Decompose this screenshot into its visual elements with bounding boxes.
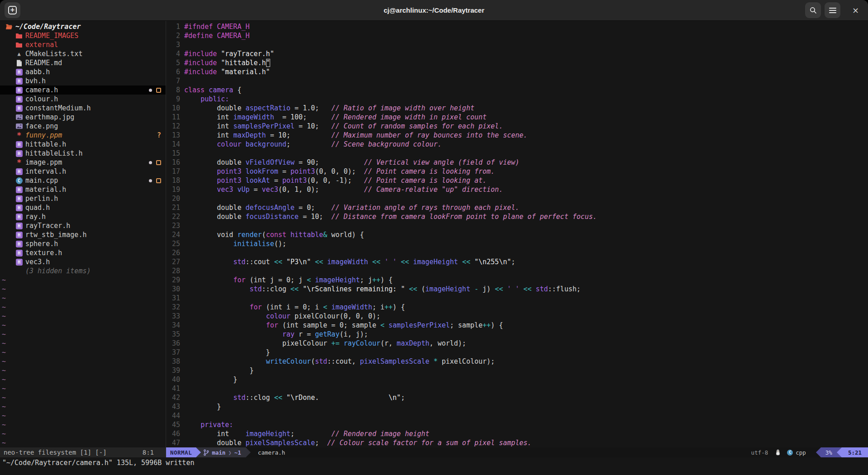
tree-item-interval.h[interactable]: Hinterval.h <box>0 167 166 176</box>
tree-item-quad.h[interactable]: Hquad.h <box>0 203 166 212</box>
code-line-3[interactable]: 3 <box>166 40 868 49</box>
tree-item-raytracer.h[interactable]: HrayTracer.h <box>0 221 166 230</box>
search-button[interactable] <box>805 2 821 18</box>
tree-item-vec3.h[interactable]: Hvec3.h <box>0 257 166 266</box>
code-line-34[interactable]: 34 for (int sample = 0; sample < samples… <box>166 321 868 330</box>
tree-item-perlin.h[interactable]: Hperlin.h <box>0 194 166 203</box>
code-line-11[interactable]: 11 int imageWidth = 100; // Rendered ima… <box>166 113 868 122</box>
code-line-37[interactable]: 37 } <box>166 348 868 357</box>
close-button[interactable]: × <box>848 2 863 18</box>
code-line-18[interactable]: 18 point3 lookAt = point3(0, 0, -1); // … <box>166 176 868 185</box>
code-line-1[interactable]: 1#ifndef CAMERA_H <box>166 22 868 31</box>
tree-item-sphere.h[interactable]: Hsphere.h <box>0 239 166 248</box>
tree-item-constantmedium.h[interactable]: HconstantMedium.h <box>0 104 166 113</box>
line-number: 14 <box>166 140 180 149</box>
filetype-segment: C cpp <box>787 447 806 457</box>
statusline-filename: camera.h <box>251 447 285 457</box>
code-line-24[interactable]: 24 void render(const hittable& world) { <box>166 230 868 239</box>
line-number: 20 <box>166 194 180 203</box>
code-line-7[interactable]: 7 <box>166 76 868 86</box>
code-line-19[interactable]: 19 vec3 vUp = vec3(0, 1, 0); // Camera-r… <box>166 185 868 194</box>
empty-line-tilde: ~ <box>0 330 166 339</box>
file-encoding: utf-8 <box>751 447 768 457</box>
git-status-markers <box>149 176 161 185</box>
code-line-22[interactable]: 22 double focusDistance = 10; // Distanc… <box>166 212 868 221</box>
tree-item-funny.ppm[interactable]: *funny.ppm? <box>0 131 166 140</box>
code-line-30[interactable]: 30 std::clog << "\rScanlines remaining: … <box>166 285 868 294</box>
line-number: 29 <box>166 276 180 285</box>
code-line-38[interactable]: 38 writeColour(std::cout, pixelSamplesSc… <box>166 357 868 366</box>
tree-item-hittable.h[interactable]: Hhittable.h <box>0 140 166 149</box>
code-line-41[interactable]: 41 <box>166 384 868 393</box>
code-line-36[interactable]: 36 pixelColour += rayColour(r, maxDepth,… <box>166 339 868 348</box>
tree-item-face.png[interactable]: face.png <box>0 122 166 131</box>
tree-item-texture.h[interactable]: Htexture.h <box>0 248 166 257</box>
line-number: 47 <box>166 438 180 447</box>
plus-icon: + <box>8 6 17 14</box>
code-line-44[interactable]: 44 <box>166 411 868 420</box>
tree-item-hittablelist.h[interactable]: HhittableList.h <box>0 149 166 158</box>
tree-item-material.h[interactable]: Hmaterial.h <box>0 185 166 194</box>
header-icon: H <box>15 195 23 202</box>
code-line-17[interactable]: 17 point3 lookFrom = point3(0, 0, 0); //… <box>166 167 868 176</box>
powerline-separator <box>816 447 821 457</box>
editor-statusline: NORMAL main ❯ ~1 camera.h utf-8 <box>166 447 868 457</box>
code-line-45[interactable]: 45 private: <box>166 420 868 429</box>
code-line-26[interactable]: 26 <box>166 248 868 257</box>
menu-button[interactable] <box>825 2 840 18</box>
empty-line-tilde: ~ <box>0 303 166 312</box>
code-line-8[interactable]: 8class camera { <box>166 86 868 95</box>
tree-item-aabb.h[interactable]: Haabb.h <box>0 67 166 76</box>
folder-icon <box>15 32 23 39</box>
code-line-13[interactable]: 13 int maxDepth = 10; // Maximum number … <box>166 131 868 140</box>
code-line-9[interactable]: 9 public: <box>166 95 868 104</box>
tree-item-rtwstbimage.h[interactable]: Hrtw_stb_image.h <box>0 230 166 239</box>
code-line-35[interactable]: 35 ray r = getRay(i, j); <box>166 330 868 339</box>
code-line-4[interactable]: 4#include "rayTracer.h" <box>166 49 868 58</box>
code-line-2[interactable]: 2#define CAMERA_H <box>166 31 868 40</box>
tree-item-camera.h[interactable]: Hcamera.h <box>0 86 166 95</box>
tree-item-readmeimages[interactable]: README_IMAGES <box>0 31 166 40</box>
code-line-27[interactable]: 27 std::cout << "P3\n" << imageWidth << … <box>166 257 868 266</box>
tree-item-3hiddenitems[interactable]: (3 hidden items) <box>0 266 166 276</box>
git-status-markers: ? <box>157 131 161 140</box>
image-icon <box>15 123 23 130</box>
code-line-31[interactable]: 31 <box>166 294 868 303</box>
code-line-40[interactable]: 40 } <box>166 375 868 384</box>
code-line-15[interactable]: 15 <box>166 149 868 158</box>
code-line-23[interactable]: 23 <box>166 221 868 230</box>
code-line-20[interactable]: 20 <box>166 194 868 203</box>
code-line-29[interactable]: 29 for (int j = 0; j < imageHeight; j++)… <box>166 276 868 285</box>
code-text: for (int j = 0; j < imageHeight; j++) { <box>180 276 393 285</box>
line-number: 8 <box>166 86 180 95</box>
tree-item-ray.h[interactable]: Hray.h <box>0 212 166 221</box>
line-number: 22 <box>166 212 180 221</box>
code-line-10[interactable]: 10 double aspectRatio = 1.0; // Ratio of… <box>166 104 868 113</box>
tree-item-cmakelists.txt[interactable]: ▲CMakeLists.txt <box>0 49 166 58</box>
code-line-47[interactable]: 47 double pixelSamplesScale; // Colour s… <box>166 438 868 447</box>
code-text: for (int sample = 0; sample < samplesPer… <box>180 321 503 330</box>
code-line-28[interactable]: 28 <box>166 266 868 276</box>
code-line-32[interactable]: 32 for (int i = 0; i < imageWidth; i++) … <box>166 303 868 312</box>
code-line-12[interactable]: 12 int samplesPerPixel = 10; // Count of… <box>166 122 868 131</box>
tree-item-colour.h[interactable]: Hcolour.h <box>0 95 166 104</box>
tree-item-earthmap.jpg[interactable]: earthmap.jpg <box>0 113 166 122</box>
code-line-43[interactable]: 43 } <box>166 402 868 411</box>
code-line-39[interactable]: 39 } <box>166 366 868 375</box>
tree-item-external[interactable]: external <box>0 40 166 49</box>
code-line-42[interactable]: 42 std::clog << "\rDone. \n"; <box>166 393 868 402</box>
code-line-14[interactable]: 14 colour background; // Scene backgroun… <box>166 140 868 149</box>
code-line-6[interactable]: 6#include "material.h" <box>166 67 868 76</box>
tree-item-readme.md[interactable]: README.md <box>0 58 166 67</box>
code-line-21[interactable]: 21 double defocusAngle = 0; // Variation… <box>166 203 868 212</box>
code-line-16[interactable]: 16 double vFieldOfView = 90; // Vertical… <box>166 158 868 167</box>
new-tab-button[interactable]: + <box>5 2 20 18</box>
code-line-25[interactable]: 25 initialise(); <box>166 239 868 248</box>
tree-item-main.cpp[interactable]: Cmain.cpp <box>0 176 166 185</box>
tree-item-coderaytracer[interactable]: ~/Code/Raytracer <box>0 22 166 31</box>
tree-item-image.ppm[interactable]: *image.ppm <box>0 158 166 167</box>
code-line-5[interactable]: 5#include "hittable.h" <box>166 58 868 67</box>
code-line-46[interactable]: 46 int imageHeight; // Rendered image he… <box>166 429 868 438</box>
tree-item-bvh.h[interactable]: Hbvh.h <box>0 76 166 86</box>
code-line-33[interactable]: 33 colour pixelColour(0, 0, 0); <box>166 312 868 321</box>
